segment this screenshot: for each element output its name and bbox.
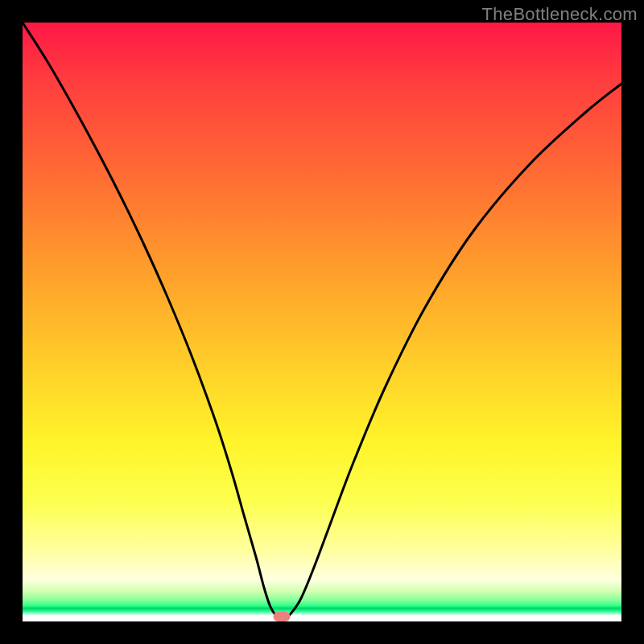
- chart-container: [23, 23, 621, 621]
- optimal-point-marker: [274, 612, 291, 621]
- bottleneck-curve: [23, 23, 621, 621]
- watermark-text: TheBottleneck.com: [482, 4, 638, 25]
